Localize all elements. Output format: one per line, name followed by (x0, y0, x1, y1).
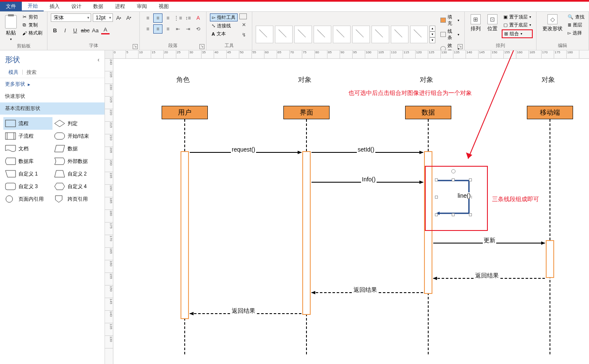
style-item-4[interactable] (314, 26, 331, 43)
style-item-5[interactable] (333, 26, 351, 43)
bold-button[interactable]: B (51, 26, 59, 34)
box-user[interactable]: 用户 (162, 106, 208, 119)
basic-flowchart-section[interactable]: 基本流程图形状 (0, 102, 105, 115)
sel-handle-ml[interactable] (435, 196, 438, 199)
copy-button[interactable]: ⧉复制 (20, 21, 44, 29)
increase-indent-button[interactable]: ⇥ (183, 24, 193, 34)
connector-tool-button[interactable]: ⤡连接线 (210, 22, 238, 29)
stencil-custom4[interactable]: 自定义 4 (52, 180, 102, 193)
more-shapes-link[interactable]: 更多形状▸ (0, 78, 105, 90)
select-button[interactable]: ▻选择 (567, 29, 585, 37)
cut-button[interactable]: ✂剪切 (20, 13, 44, 21)
stencil-offpage[interactable]: 跨页引用 (52, 193, 102, 205)
align-bottom-button[interactable]: ≡ (163, 13, 173, 23)
style-item-3[interactable] (294, 26, 312, 43)
gallery-up-button[interactable]: ▴ (429, 26, 435, 31)
find-button[interactable]: 🔍查找 (567, 13, 585, 21)
align-left-button[interactable]: ≡ (143, 24, 152, 34)
menu-design[interactable]: 设计 (65, 2, 87, 11)
send-back-button[interactable]: ▢置于底层▾ (502, 21, 533, 29)
sel-handle-bl[interactable] (435, 213, 438, 216)
style-item-8[interactable] (391, 26, 408, 43)
activation-ui[interactable] (302, 151, 311, 315)
change-case-button[interactable]: Aa (91, 26, 99, 34)
arrange-button[interactable]: ⊞排列 (468, 13, 483, 33)
sel-handle-tl[interactable] (435, 178, 438, 181)
font-name-combo[interactable]: 宋体 (51, 13, 91, 22)
menu-home[interactable]: 开始 (22, 2, 44, 11)
menu-review[interactable]: 审阅 (131, 2, 153, 11)
panel-collapse-button[interactable]: ‹ (97, 56, 99, 63)
menu-process[interactable]: 进程 (109, 2, 131, 11)
stencil-data[interactable]: 数据 (52, 142, 102, 155)
stencil-custom3[interactable]: 自定义 3 (3, 180, 52, 193)
line-button[interactable]: 线条▾ (439, 28, 461, 41)
fill-button[interactable]: 填充▾ (439, 13, 461, 27)
style-item-6[interactable] (352, 26, 370, 43)
sel-handle-bc[interactable] (452, 213, 455, 216)
styles-dialog-launcher[interactable]: ↘ (458, 44, 463, 49)
font-dialog-launcher[interactable]: ↘ (133, 44, 138, 49)
sel-handle-br[interactable] (469, 213, 472, 216)
box-ui[interactable]: 界面 (283, 106, 330, 119)
stencil-external[interactable]: 外部数据 (52, 155, 102, 168)
align-middle-button[interactable]: ≡ (153, 13, 162, 23)
stencil-document[interactable]: 文档 (3, 142, 52, 155)
gallery-down-button[interactable]: ▾ (429, 31, 435, 37)
stencil-subprocess[interactable]: 子流程 (3, 130, 52, 142)
stencil-decision[interactable]: 判定 (52, 117, 102, 130)
bring-front-button[interactable]: ▣置于顶层▾ (502, 13, 533, 21)
strikethrough-button[interactable]: abc (81, 26, 89, 34)
increase-font-button[interactable]: A▴ (115, 13, 123, 22)
align-right-button[interactable]: ≡ (163, 24, 173, 34)
activation-mobile[interactable] (546, 240, 554, 278)
text-direction-button[interactable]: ⟲ (194, 24, 203, 34)
ink-tool-button[interactable]: ↯ (239, 30, 249, 39)
rotate-handle[interactable] (451, 169, 455, 173)
layers-button[interactable]: ≣图层 (567, 21, 585, 29)
menu-file[interactable]: 文件 (0, 2, 22, 11)
change-shape-button[interactable]: ◇更改形状 (540, 13, 565, 33)
canvas-area[interactable]: 0510152025303540455055606570758085909510… (105, 50, 589, 364)
menu-insert[interactable]: 插入 (44, 2, 65, 11)
stencil-custom1[interactable]: 自定义 1 (3, 168, 52, 180)
stencil-process[interactable]: 流程 (3, 117, 52, 130)
tab-search[interactable]: 搜索 (23, 67, 40, 78)
menu-view[interactable]: 视图 (153, 2, 175, 11)
bullets-button[interactable]: ⋮≡ (173, 13, 183, 23)
menu-data[interactable]: 数据 (87, 2, 109, 11)
activation-user[interactable] (181, 151, 189, 319)
style-item-1[interactable] (256, 26, 273, 43)
quick-shapes-section[interactable]: 快速形状 (0, 90, 105, 102)
style-item-9[interactable] (410, 26, 428, 43)
canvas[interactable]: 角色 对象 对象 对象 也可选中后点击组合对图像进行组合为一个对象 用户 界面 … (113, 59, 589, 364)
paragraph-dialog-launcher[interactable]: ↘ (199, 44, 204, 49)
style-item-2[interactable] (275, 26, 293, 43)
pointer-tool-button[interactable]: ▻指针工具 (210, 13, 238, 21)
box-data[interactable]: 数据 (405, 106, 451, 119)
font-color-button[interactable]: A (101, 26, 110, 34)
paste-button[interactable]: 粘贴 ▾ (3, 13, 18, 43)
line-spacing-button[interactable]: ↕≡ (183, 13, 193, 23)
sel-handle-tr[interactable] (469, 178, 472, 181)
align-center-button[interactable]: ≡ (153, 24, 162, 34)
italic-button[interactable]: I (61, 26, 69, 34)
sel-handle-tc[interactable] (452, 178, 455, 181)
clear-format-button[interactable]: A (194, 13, 203, 23)
decrease-indent-button[interactable]: ⇤ (173, 24, 183, 34)
stencil-onpage[interactable]: 页面内引用 (3, 193, 52, 205)
stencil-custom2[interactable]: 自定义 2 (52, 168, 102, 180)
connection-point-button[interactable]: ✕ (239, 20, 249, 29)
stencil-startend[interactable]: 开始/结束 (52, 130, 102, 142)
tab-stencils[interactable]: 模具 (5, 67, 22, 78)
underline-button[interactable]: U (71, 26, 79, 34)
decrease-font-button[interactable]: A▾ (125, 13, 133, 22)
style-item-7[interactable] (372, 26, 389, 43)
text-tool-button[interactable]: A文本 (210, 30, 238, 37)
gallery-more-button[interactable]: ▾ (429, 37, 435, 43)
box-mobile[interactable]: 移动端 (527, 106, 573, 119)
stencil-database[interactable]: 数据库 (3, 155, 52, 168)
group-button[interactable]: ⊞组合▾ (502, 29, 533, 38)
position-button[interactable]: ⊡位置 (485, 13, 500, 33)
rectangle-tool-button[interactable] (239, 13, 247, 19)
